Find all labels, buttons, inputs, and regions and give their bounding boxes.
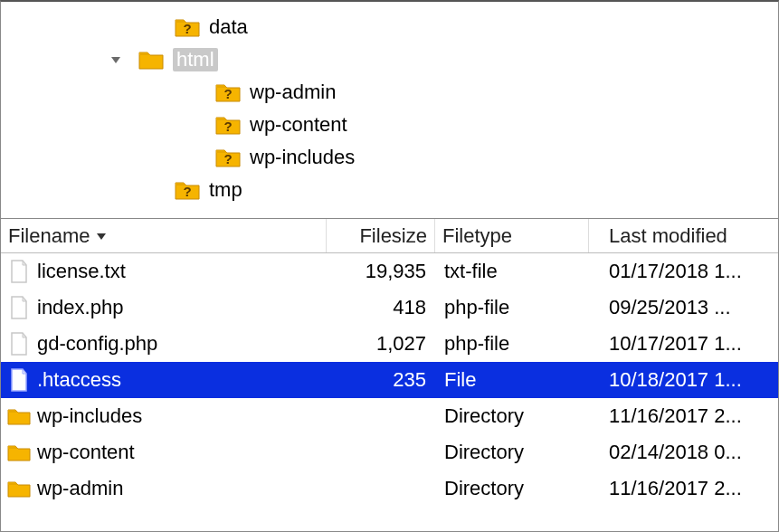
tree-item[interactable]: html xyxy=(1,43,778,76)
column-header-filesize[interactable]: Filesize xyxy=(327,219,435,252)
tree-item-label: data xyxy=(209,15,248,39)
file-type: txt-file xyxy=(435,260,589,283)
file-name: license.txt xyxy=(37,260,327,283)
file-row[interactable]: gd-config.php1,027php-file10/17/2017 1..… xyxy=(1,326,778,362)
file-row[interactable]: wp-adminDirectory11/16/2017 2... xyxy=(1,470,778,507)
file-name: index.php xyxy=(37,296,327,319)
column-header-filetype-label: Filetype xyxy=(442,224,512,248)
file-size: 19,935 xyxy=(327,260,435,283)
tree-item-label: html xyxy=(173,48,218,71)
tree-item[interactable]: wp-admin xyxy=(1,76,778,109)
folder-icon xyxy=(1,479,37,499)
folder-unknown-icon xyxy=(175,16,200,38)
column-header-filename-label: Filename xyxy=(8,224,90,248)
file-rows-container: license.txt19,935txt-file01/17/2018 1...… xyxy=(1,253,778,507)
indent-spacer xyxy=(8,157,185,158)
folder-icon xyxy=(1,406,37,426)
file-name: gd-config.php xyxy=(37,332,327,356)
file-row[interactable]: wp-contentDirectory02/14/2018 0... xyxy=(1,434,778,470)
folder-unknown-icon xyxy=(175,179,200,201)
directory-tree-pane[interactable]: datahtmlwp-adminwp-contentwp-includestmp xyxy=(1,2,778,219)
file-modified: 01/17/2018 1... xyxy=(589,260,778,283)
file-type: php-file xyxy=(435,332,589,356)
indent-spacer xyxy=(8,190,144,191)
folder-unknown-icon xyxy=(215,81,241,103)
tree-item[interactable]: wp-content xyxy=(1,109,778,141)
tree-item-label: wp-content xyxy=(250,113,347,137)
tree-item-label: tmp xyxy=(209,178,242,202)
file-modified: 02/14/2018 0... xyxy=(589,441,778,464)
tree-item[interactable]: data xyxy=(1,11,778,43)
tree-item-label: wp-includes xyxy=(250,146,355,169)
indent-spacer xyxy=(8,125,185,126)
file-type: php-file xyxy=(435,296,589,319)
tree-item-label: wp-admin xyxy=(250,81,336,104)
file-list-pane: Filename Filesize Filetype Last modified… xyxy=(1,219,778,532)
file-size: 418 xyxy=(327,296,435,319)
column-header-row: Filename Filesize Filetype Last modified xyxy=(1,219,778,253)
file-icon xyxy=(1,368,37,392)
column-header-filetype[interactable]: Filetype xyxy=(435,219,589,252)
file-size: 235 xyxy=(327,368,435,392)
file-modified: 10/17/2017 1... xyxy=(589,332,778,356)
file-size: 1,027 xyxy=(327,332,435,356)
indent-spacer xyxy=(8,92,185,93)
tree-item[interactable]: wp-includes xyxy=(1,141,778,174)
disclosure-triangle-icon[interactable] xyxy=(108,53,124,66)
file-row[interactable]: license.txt19,935txt-file01/17/2018 1... xyxy=(1,253,778,290)
file-modified: 11/16/2017 2... xyxy=(589,477,778,500)
folder-unknown-icon xyxy=(215,114,241,136)
folder-icon xyxy=(1,442,37,462)
file-icon xyxy=(1,296,37,319)
column-header-filesize-label: Filesize xyxy=(359,224,427,248)
file-modified: 10/18/2017 1... xyxy=(589,368,778,392)
file-icon xyxy=(1,260,37,283)
indent-spacer xyxy=(8,27,144,28)
file-row[interactable]: wp-includesDirectory11/16/2017 2... xyxy=(1,398,778,434)
tree-item[interactable]: tmp xyxy=(1,174,778,206)
file-icon xyxy=(1,332,37,356)
folder-icon xyxy=(138,49,164,71)
file-modified: 09/25/2013 ... xyxy=(589,296,778,319)
file-row[interactable]: index.php418php-file09/25/2013 ... xyxy=(1,290,778,326)
file-name: wp-includes xyxy=(37,404,327,428)
file-type: File xyxy=(435,368,589,392)
file-name: .htaccess xyxy=(37,368,327,392)
file-type: Directory xyxy=(435,441,589,464)
file-name: wp-admin xyxy=(37,477,327,500)
file-name: wp-content xyxy=(37,441,327,464)
file-type: Directory xyxy=(435,404,589,428)
folder-unknown-icon xyxy=(215,147,241,168)
sort-descending-icon xyxy=(95,224,108,248)
column-header-lastmodified-label: Last modified xyxy=(609,224,727,248)
file-modified: 11/16/2017 2... xyxy=(589,404,778,428)
file-type: Directory xyxy=(435,477,589,500)
column-header-lastmodified[interactable]: Last modified xyxy=(589,219,778,252)
file-row[interactable]: .htaccess235File10/18/2017 1... xyxy=(1,362,778,398)
column-header-filename[interactable]: Filename xyxy=(1,219,327,252)
indent-spacer xyxy=(8,60,108,61)
